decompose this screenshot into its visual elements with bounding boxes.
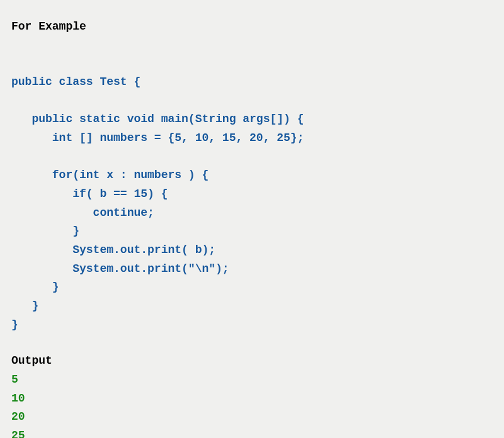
output-values: 5 10 20 25 — [11, 371, 493, 438]
code-example: public class Test { public static void m… — [11, 73, 493, 335]
example-heading: For Example — [11, 18, 493, 36]
output-label: Output — [11, 352, 493, 371]
